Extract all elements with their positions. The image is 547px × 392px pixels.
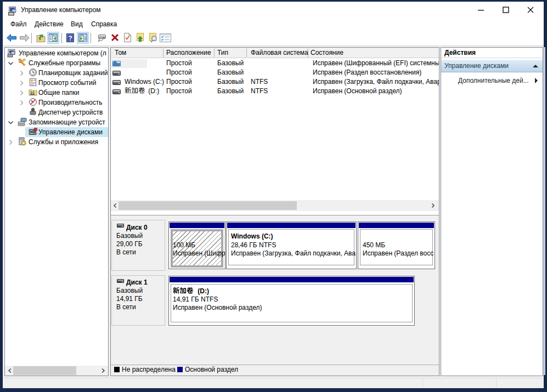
svg-text:?: ? [68,35,72,42]
